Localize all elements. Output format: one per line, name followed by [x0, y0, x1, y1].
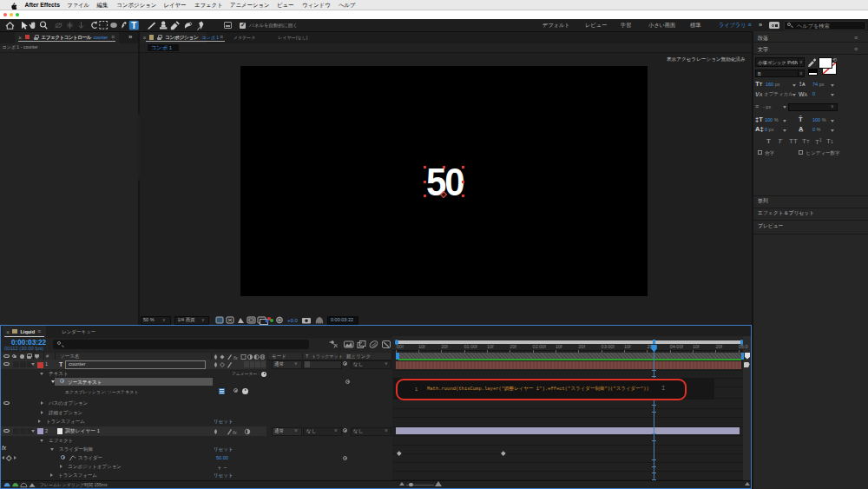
svg-text:T: T	[131, 21, 136, 30]
svg-text:+0.0: +0.0	[287, 318, 299, 323]
svg-text:fx: fx	[233, 429, 238, 434]
